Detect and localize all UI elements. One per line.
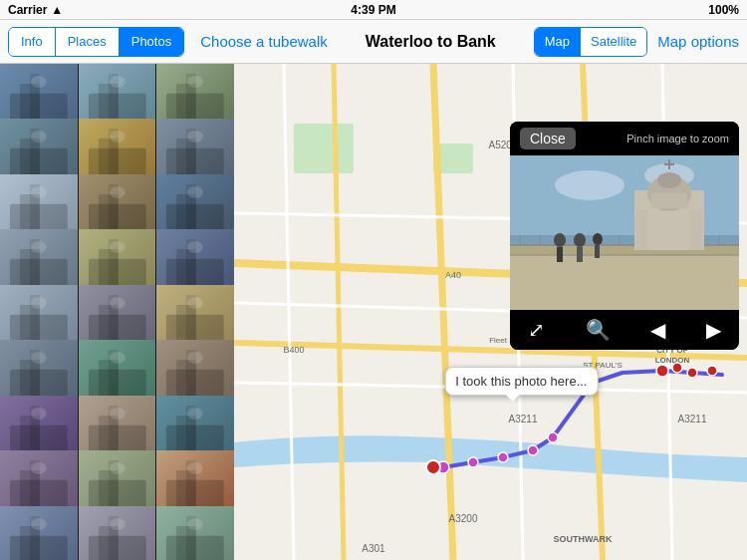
map-options-button[interactable]: Map options — [657, 33, 739, 50]
photo-thumbnail[interactable] — [0, 506, 78, 560]
map-type-map[interactable]: Map — [535, 28, 581, 56]
svg-point-79 — [31, 352, 47, 364]
photo-popup: Close Pinch image to zoom — [510, 122, 739, 350]
svg-rect-194 — [557, 247, 563, 262]
svg-point-188 — [657, 172, 681, 188]
svg-rect-198 — [595, 245, 600, 258]
svg-point-119 — [187, 462, 203, 474]
svg-text:LONDON: LONDON — [655, 356, 690, 365]
callout-text: I took this photo here... — [455, 374, 587, 389]
svg-point-39 — [110, 186, 125, 198]
svg-point-158 — [498, 452, 508, 462]
svg-point-168 — [555, 170, 624, 200]
svg-point-129 — [110, 517, 125, 529]
close-button[interactable]: Close — [520, 128, 576, 149]
svg-point-193 — [554, 233, 566, 247]
photo-callout[interactable]: I took this photo here... — [444, 367, 598, 396]
svg-point-109 — [31, 462, 47, 474]
nav-bar: Info Places Photos Choose a tubewalk Wat… — [0, 20, 747, 64]
wifi-icon: ▲ — [51, 3, 63, 17]
search-icon-button[interactable]: 🔍 — [580, 316, 617, 344]
svg-rect-196 — [577, 247, 583, 262]
photo-thumbnail[interactable] — [156, 506, 234, 560]
svg-point-99 — [110, 408, 125, 420]
svg-point-9 — [110, 76, 125, 88]
svg-point-89 — [187, 352, 203, 364]
popup-controls: ⤢ 🔍 ◀ ▶ — [510, 310, 739, 350]
popup-header: Close Pinch image to zoom — [510, 122, 739, 155]
svg-point-69 — [110, 297, 125, 309]
svg-point-59 — [187, 241, 203, 253]
svg-point-114 — [110, 462, 125, 474]
expand-icon-button[interactable]: ⤢ — [522, 316, 551, 344]
svg-point-104 — [187, 408, 203, 420]
battery-label: 100% — [708, 3, 739, 17]
svg-rect-191 — [636, 210, 648, 250]
main-content: A5201 A201 B400 A40 A3211 A3211 A3200 A3… — [0, 64, 747, 560]
walk-title: Waterloo to Bank — [334, 33, 528, 51]
svg-point-159 — [528, 445, 538, 455]
svg-point-29 — [187, 131, 203, 142]
svg-point-64 — [31, 297, 47, 309]
time-label: 4:39 PM — [351, 3, 395, 17]
status-bar: Carrier ▲ 4:39 PM 100% — [0, 0, 747, 20]
photo-thumbnail[interactable] — [79, 506, 156, 560]
svg-point-161 — [656, 365, 668, 377]
choose-tubewalk-link[interactable]: Choose a tubewalk — [200, 33, 328, 50]
main-segment-control: Info Places Photos — [8, 27, 184, 57]
svg-point-162 — [672, 363, 682, 373]
svg-text:A3211: A3211 — [509, 414, 538, 424]
svg-point-24 — [110, 131, 125, 142]
map-area[interactable]: A5201 A201 B400 A40 A3211 A3211 A3200 A3… — [234, 64, 747, 560]
svg-text:A3211: A3211 — [678, 414, 707, 424]
svg-text:A301: A301 — [362, 543, 385, 554]
svg-point-197 — [593, 233, 603, 245]
svg-text:B400: B400 — [283, 345, 304, 355]
tab-info[interactable]: Info — [9, 28, 56, 56]
svg-rect-171 — [510, 245, 739, 255]
svg-text:A3200: A3200 — [449, 513, 478, 524]
pinch-hint: Pinch image to zoom — [626, 133, 729, 144]
svg-rect-167 — [510, 155, 739, 235]
svg-point-19 — [31, 131, 47, 142]
next-photo-button[interactable]: ▶ — [700, 316, 727, 344]
svg-point-124 — [31, 517, 47, 529]
svg-point-157 — [468, 457, 478, 467]
svg-point-54 — [110, 241, 125, 253]
svg-rect-187 — [651, 193, 687, 208]
svg-point-84 — [110, 352, 125, 364]
prev-photo-button[interactable]: ◀ — [644, 316, 671, 344]
photo-sidebar — [0, 64, 234, 560]
svg-rect-192 — [690, 210, 702, 250]
tab-photos[interactable]: Photos — [120, 28, 183, 56]
svg-point-49 — [31, 241, 47, 253]
svg-point-163 — [687, 368, 697, 378]
svg-point-44 — [187, 186, 203, 198]
svg-rect-136 — [294, 124, 354, 173]
map-type-segment: Map Satellite — [534, 27, 648, 57]
svg-point-74 — [187, 297, 203, 309]
carrier-label: Carrier — [8, 3, 47, 17]
svg-point-165 — [426, 460, 440, 474]
svg-point-34 — [31, 186, 47, 198]
svg-point-94 — [31, 408, 47, 420]
svg-point-160 — [548, 432, 558, 442]
tab-places[interactable]: Places — [56, 28, 120, 56]
map-type-satellite[interactable]: Satellite — [581, 28, 646, 56]
svg-text:SOUTHWARK: SOUTHWARK — [554, 534, 613, 544]
svg-point-4 — [31, 76, 47, 88]
svg-text:A40: A40 — [445, 270, 461, 280]
svg-point-164 — [707, 366, 717, 376]
svg-point-14 — [187, 76, 203, 88]
svg-rect-170 — [510, 250, 739, 310]
popup-image — [510, 155, 739, 310]
svg-point-134 — [187, 517, 203, 529]
svg-point-195 — [574, 233, 586, 247]
